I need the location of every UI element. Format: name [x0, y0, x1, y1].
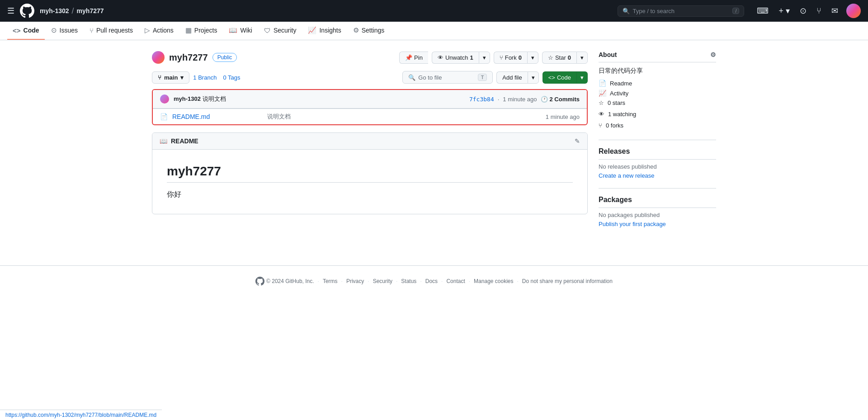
- releases-title: Releases: [599, 147, 716, 160]
- readme-edit-btn[interactable]: ✎: [575, 137, 580, 145]
- pin-icon: 📌: [405, 54, 412, 61]
- github-logo: [20, 4, 34, 18]
- star-btn-group: ☆ Star 0 ▾: [542, 52, 588, 64]
- unwatch-count: 1: [470, 54, 473, 61]
- sidebar-link-readme[interactable]: 📄 Readme: [599, 80, 716, 87]
- fork-btn-group: ⑂ Fork 0 ▾: [494, 52, 538, 64]
- about-title: About: [599, 51, 617, 58]
- nav-item-settings[interactable]: ⚙ Settings: [348, 22, 390, 40]
- hamburger-menu[interactable]: ☰: [7, 6, 14, 16]
- file-table: myh-1302 说明文档 7fc3b84 · 1 minute ago 🕐 2…: [152, 89, 588, 125]
- code-btn-label: Code: [557, 74, 571, 81]
- sidebar: About ⚙ 日常的代码分享 📄 Readme 📈 Activity ☆ 0 …: [599, 51, 716, 236]
- code-button[interactable]: <> Code: [542, 71, 576, 84]
- nav-label-issues: Issues: [60, 27, 78, 34]
- code-caret[interactable]: ▾: [576, 71, 588, 84]
- footer-do-not-share[interactable]: Do not share my personal information: [522, 278, 613, 284]
- unwatch-button[interactable]: 👁 Unwatch 1: [432, 52, 479, 64]
- sidebar-divider-1: [599, 140, 716, 140]
- commit-time: 1 minute ago: [503, 96, 537, 103]
- footer-sep-8: ·: [517, 278, 519, 284]
- pullrequest-icon-btn[interactable]: ⑂: [815, 5, 823, 18]
- readme-link-icon: 📄: [599, 80, 606, 87]
- commit-separator: ·: [498, 96, 500, 103]
- footer-gh-logo: [255, 277, 264, 286]
- file-name-link[interactable]: README.md: [172, 113, 263, 120]
- star-caret[interactable]: ▾: [576, 52, 588, 64]
- code-btn-group: <> Code ▾: [542, 71, 588, 84]
- footer-status[interactable]: Status: [401, 278, 416, 284]
- unwatch-caret[interactable]: ▾: [479, 52, 490, 64]
- footer-privacy[interactable]: Privacy: [346, 278, 364, 284]
- go-to-file-btn[interactable]: 🔍 Go to file T: [402, 71, 493, 84]
- settings-nav-icon: ⚙: [353, 26, 359, 34]
- search-box[interactable]: 🔍 Type / to search /: [618, 5, 744, 17]
- readme-title: README: [171, 137, 198, 145]
- commit-hash[interactable]: 7fc3b84: [469, 96, 494, 103]
- forks-count: 0 forks: [606, 122, 623, 129]
- issues-icon-btn[interactable]: ⊙: [798, 4, 808, 18]
- fork-button[interactable]: ⑂ Fork 0: [494, 52, 527, 64]
- shortcut-badge: T: [478, 74, 487, 81]
- footer-contact[interactable]: Contact: [446, 278, 465, 284]
- fork-icon: ⑂: [500, 54, 503, 61]
- user-avatar[interactable]: [846, 4, 861, 18]
- nav-label-wiki: Wiki: [240, 27, 252, 34]
- nav-item-wiki[interactable]: 📖 Wiki: [223, 22, 257, 40]
- publish-package-link[interactable]: Publish your first package: [599, 221, 666, 227]
- inbox-icon-btn[interactable]: ✉: [830, 4, 840, 18]
- sidebar-description: 日常的代码分享: [599, 67, 716, 75]
- pin-button[interactable]: 📌 Pin: [399, 52, 428, 64]
- nav-item-pullrequests[interactable]: ⑂ Pull requests: [84, 22, 138, 40]
- terminal-icon-btn[interactable]: ⌨: [755, 4, 770, 18]
- branch-selector[interactable]: ⑂ main ▾: [152, 71, 189, 84]
- eye-icon: 👁: [438, 54, 443, 61]
- actions-nav-icon: ▷: [145, 26, 150, 34]
- nav-item-actions[interactable]: ▷ Actions: [139, 22, 179, 40]
- add-btn[interactable]: + ▾: [777, 4, 792, 18]
- add-file-caret[interactable]: ▾: [528, 71, 539, 84]
- sidebar-links: 📄 Readme 📈 Activity ☆ 0 stars 👁 1 watchi…: [599, 80, 716, 131]
- watching-stat: 👁 1 watching: [599, 111, 716, 118]
- pr-nav-icon: ⑂: [90, 27, 94, 34]
- footer-terms[interactable]: Terms: [323, 278, 338, 284]
- repo-link[interactable]: myh7277: [77, 7, 104, 14]
- footer-sep-5: ·: [420, 278, 421, 284]
- nav-item-insights[interactable]: 📈 Insights: [302, 22, 346, 40]
- star-label: Star: [555, 54, 566, 61]
- repo-avatar: [152, 51, 165, 64]
- footer-manage-cookies[interactable]: Manage cookies: [474, 278, 513, 284]
- about-header: About ⚙: [599, 51, 716, 62]
- activity-link-icon: 📈: [599, 90, 606, 97]
- add-file-button[interactable]: Add file: [496, 71, 527, 84]
- file-icon: 📄: [160, 113, 168, 120]
- sidebar-link-activity[interactable]: 📈 Activity: [599, 90, 716, 97]
- repo-header: myh7277 Public 📌 Pin 👁 Unwatch 1: [152, 51, 588, 64]
- readme-book-icon: 📖: [160, 137, 167, 145]
- footer-copyright: © 2024 GitHub, Inc.: [266, 278, 314, 284]
- fork-caret[interactable]: ▾: [527, 52, 538, 64]
- nav-item-projects[interactable]: ▦ Projects: [180, 22, 223, 40]
- fork-label: Fork: [505, 54, 517, 61]
- commits-link[interactable]: 🕐 2 Commits: [541, 96, 580, 103]
- readme-heading: myh7277: [167, 164, 573, 183]
- branches-link[interactable]: 1 Branch: [193, 74, 217, 81]
- star-count: 0: [568, 54, 571, 61]
- commits-label: 2 Commits: [550, 96, 580, 103]
- footer-sep-2: ·: [341, 278, 343, 284]
- file-table-header: myh-1302 说明文档 7fc3b84 · 1 minute ago 🕐 2…: [153, 90, 587, 109]
- nav-item-security[interactable]: 🛡 Security: [259, 22, 302, 40]
- nav-label-settings: Settings: [362, 27, 385, 34]
- footer-docs[interactable]: Docs: [425, 278, 438, 284]
- tags-link[interactable]: 0 Tags: [223, 74, 240, 81]
- add-file-btn-group: Add file ▾: [496, 71, 538, 84]
- wiki-nav-icon: 📖: [229, 26, 237, 34]
- star-button[interactable]: ☆ Star 0: [542, 52, 576, 64]
- owner-link[interactable]: myh-1302: [40, 7, 69, 14]
- nav-item-issues[interactable]: ⊙ Issues: [46, 22, 83, 40]
- commit-author-avatar: [160, 94, 169, 104]
- footer-security[interactable]: Security: [373, 278, 392, 284]
- gear-icon[interactable]: ⚙: [710, 51, 716, 58]
- create-release-link[interactable]: Create a new release: [599, 172, 655, 179]
- nav-item-code[interactable]: <> Code: [7, 22, 45, 40]
